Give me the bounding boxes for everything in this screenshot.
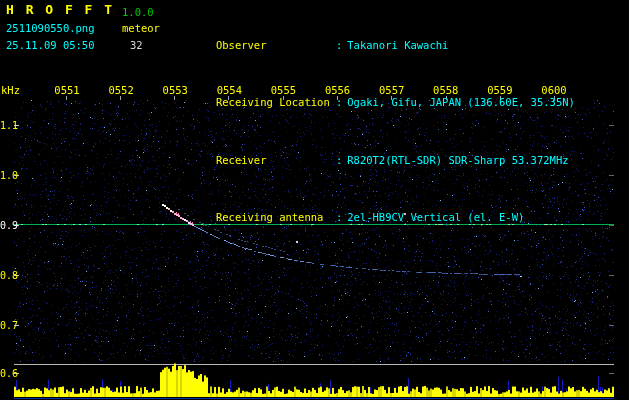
freq-tick-label: 1.1 [0, 120, 13, 131]
time-tick-label: 0558 [433, 84, 459, 96]
time-tick-label: 0552 [108, 84, 134, 96]
header-separator: : [336, 154, 342, 166]
freq-tick-label: 0.9 [0, 220, 13, 231]
hrofft-screen: H R O F F T 1.0.0 2511090550.png meteor … [0, 0, 629, 400]
time-tick-label: 0553 [162, 84, 188, 96]
header-value: 2el-HB9CV Vertical (el. E-W) [347, 211, 524, 223]
header-value: Ogaki, Gifu, JAPAN (136.60E, 35.35N) [347, 96, 575, 108]
time-axis: 0551 0552 0553 0554 0555 0556 0557 0558 … [54, 84, 567, 96]
header-row: Receiver:R820T2(RTL-SDR) SDR-Sharp 53.37… [178, 143, 575, 178]
header-label: Observer [216, 40, 336, 52]
freq-tick-label: 0.8 [0, 270, 13, 281]
time-tick-label: 0600 [541, 84, 567, 96]
header-separator: : [336, 96, 342, 108]
header-row: Observer:Takanori Kawachi [178, 28, 575, 63]
time-tick-label: 0551 [54, 84, 80, 96]
file-name: 2511090550.png [6, 22, 95, 34]
time-tick-label: 0557 [379, 84, 405, 96]
freq-tick-label: 0.6 [0, 368, 13, 379]
app-version: 1.0.0 [122, 6, 154, 18]
header-label: Receiving antenna [216, 212, 336, 224]
observer-info-block: Observer:Takanori Kawachi Receiving Loca… [178, 5, 575, 258]
header-label: Receiving Location [216, 97, 336, 109]
time-tick-label: 0556 [325, 84, 351, 96]
mode-label: meteor [122, 22, 160, 34]
time-tick-label: 0554 [216, 84, 242, 96]
freq-tick-label: 1.0 [0, 170, 13, 181]
header-value: Takanori Kawachi [347, 39, 448, 51]
app-title: H R O F F T [6, 4, 114, 16]
time-tick-label: 0559 [487, 84, 513, 96]
header-separator: : [336, 211, 342, 223]
time-tick-label: 0555 [270, 84, 296, 96]
freq-tick-label: 0.7 [0, 320, 13, 331]
echo-count: 32 [130, 39, 143, 51]
header-separator: : [336, 39, 342, 51]
header-label: Receiver [216, 155, 336, 167]
timestamp: 25.11.09 05:50 [6, 39, 95, 51]
header-value: R820T2(RTL-SDR) SDR-Sharp 53.372MHz [347, 154, 568, 166]
header-row: Receiving antenna:2el-HB9CV Vertical (el… [178, 201, 575, 236]
khz-unit-label: kHz [1, 84, 20, 96]
